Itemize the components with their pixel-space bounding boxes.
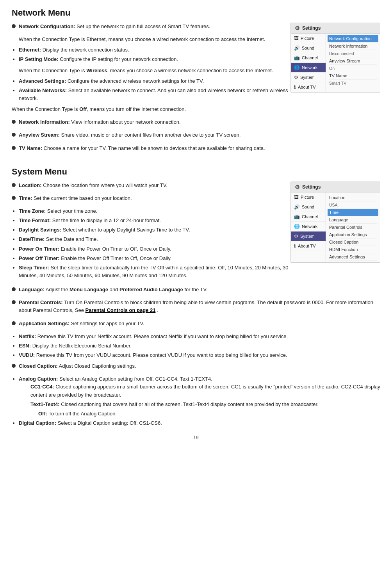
- available-item: Available Networks: Select an available …: [19, 87, 290, 102]
- abouttv-icon-1: ℹ: [294, 84, 296, 90]
- nav-system-2[interactable]: ⚙ System: [291, 232, 326, 241]
- language-fortv: for the TV.: [184, 287, 207, 292]
- network-icon-2: 🌐: [294, 224, 300, 229]
- vudu-item: VUDU: Remove this TV from your VUDU acco…: [19, 351, 380, 359]
- vudu-text: Remove this TV from your VUDU account. P…: [36, 352, 287, 358]
- location-bullet: Location: Choose the location from where…: [12, 182, 290, 192]
- wireless-list: Advanced Settings: Configure the advance…: [19, 77, 290, 102]
- datetime-bold: Date/Time:: [19, 236, 45, 242]
- nav-picture-1[interactable]: 🖼 Picture: [291, 34, 326, 43]
- nav-picture-label-2: Picture: [301, 195, 314, 199]
- network-config-text: Set up the network to gain full access o…: [77, 23, 210, 29]
- detail-language: Language: [329, 216, 377, 224]
- vudu-bold: VUDU:: [19, 352, 35, 358]
- ethernet-bold: Ethernet:: [19, 47, 41, 53]
- settings-detail-2: Location USA Time Language Parental Cont…: [326, 192, 380, 262]
- text1-bold: Text1-Text4:: [30, 401, 60, 407]
- closedcap-bullet: Closed Caption: Adjust Closed Captioning…: [12, 362, 380, 373]
- timeformat-text: Set the time to display in a 12 or 24-ho…: [52, 217, 161, 223]
- closedcap-text: Adjust Closed Captioning settings.: [59, 363, 136, 369]
- wireless-type-para: When the Connection Type is Wireless, me…: [19, 67, 290, 75]
- ip-text: Configure the IP setting for your networ…: [60, 56, 178, 62]
- nav-abouttv-label-2: About TV: [298, 244, 316, 248]
- poweron-item: Power On Timer: Enable the Power On Time…: [19, 245, 290, 253]
- nav-sound-1[interactable]: 🔊 Sound: [291, 43, 326, 53]
- netinfo-para: Network Information: View information ab…: [19, 118, 181, 126]
- text1-text: Closed captioning that covers half or al…: [61, 401, 319, 407]
- sleep-item: Sleep Timer: Set the sleep timer to auto…: [19, 264, 290, 280]
- app-sub-list: Netflix: Remove this TV from your Netfli…: [19, 333, 380, 359]
- nav-sound-2[interactable]: 🔊 Sound: [291, 202, 326, 212]
- appsettings-text: Set settings for apps on your TV.: [71, 321, 144, 326]
- nav-channel-label-2: Channel: [302, 214, 318, 219]
- datetime-text: Set the Date and Time.: [46, 236, 98, 242]
- netinfo-text: View information about your network conn…: [71, 119, 180, 125]
- tvname-text: Choose a name for your TV. The name will…: [44, 145, 265, 151]
- menu-language-bold: Menu Language: [69, 287, 108, 292]
- nav-network-1[interactable]: 🌐 Network: [291, 63, 326, 73]
- time-sub-list: Time Zone: Select your time zone. Time F…: [19, 207, 290, 280]
- detail-disconnected: Disconnected: [329, 50, 377, 57]
- anyview-text: Share video, music or other content file…: [61, 132, 241, 138]
- parental-link: Parental Controls on page 21: [86, 307, 156, 313]
- nav-abouttv-1[interactable]: ℹ About TV: [291, 82, 326, 92]
- netflix-bold: Netflix:: [19, 333, 36, 339]
- poweroff-item: Power Off Timer: Enable the Power Off Ti…: [19, 255, 290, 262]
- location-text: Choose the location from where you will …: [43, 182, 167, 188]
- language-and: and: [110, 287, 119, 292]
- nav-channel-2[interactable]: 📺 Channel: [291, 212, 326, 222]
- system-section-wrapper: Location: Choose the location from where…: [12, 182, 380, 283]
- bullet-dot-par: [12, 300, 16, 304]
- detail-hdmi: HDMI Function: [329, 246, 377, 253]
- closedcap-para: Closed Caption: Adjust Closed Captioning…: [19, 362, 136, 370]
- ip-bold: IP Setting Mode:: [19, 56, 59, 62]
- network-icon-1: 🌐: [294, 65, 300, 70]
- nav-channel-1[interactable]: 📺 Channel: [291, 53, 326, 63]
- detail-on: On: [329, 65, 377, 72]
- channel-icon-1: 📺: [294, 55, 300, 61]
- available-bold: Available Networks:: [19, 87, 67, 93]
- netflix-text: Remove this TV from your Netflix account…: [37, 333, 288, 339]
- ethernet-type-para: When the Connection Type is Ethernet, me…: [19, 36, 290, 43]
- ethernet-text: Display the network connection status.: [43, 47, 129, 53]
- caption-sub-list: Analog Caption: Select an Analog Caption…: [19, 375, 380, 427]
- detail-usa: USA: [329, 201, 377, 209]
- poweron-text: Enable the Power On Timer to Off, Once o…: [61, 246, 171, 252]
- language-bold: Language:: [19, 287, 45, 292]
- channel-icon-2: 📺: [294, 214, 300, 219]
- poweroff-bold: Power Off Timer:: [19, 255, 60, 261]
- time-para: Time: Set the current time based on your…: [19, 194, 132, 202]
- settings-header-label-2: Settings: [302, 184, 321, 190]
- detail-smarttv: Smart TV: [329, 80, 377, 87]
- bullet-dot: [12, 24, 16, 28]
- off-type-para: When the Connection Type is Off, means y…: [12, 105, 290, 113]
- poweroff-text: Enable the Power Off Timer to Off, Once …: [61, 255, 171, 261]
- settings-nav-1: 🖼 Picture 🔊 Sound 📺 Channel 🌐 Network ⚙: [291, 34, 326, 92]
- timezone-item: Time Zone: Select your time zone.: [19, 207, 290, 215]
- preferred-audio-bold: Preferred Audio Language: [119, 287, 183, 292]
- cc1-bold: CC1-CC4:: [30, 384, 54, 390]
- nav-picture-2[interactable]: 🖼 Picture: [291, 192, 326, 202]
- nav-system-1[interactable]: ⚙ System: [291, 73, 326, 82]
- ip-item: IP Setting Mode: Configure the IP settin…: [19, 55, 290, 63]
- network-config-para: Network Configuration: Set up the networ…: [19, 23, 210, 30]
- timezone-bold: Time Zone:: [19, 208, 46, 214]
- nav-channel-label-1: Channel: [302, 55, 318, 60]
- daylight-item: Daylight Savings: Select whether to appl…: [19, 226, 290, 234]
- parental-bullet: Parental Controls: Turn On Parental Cont…: [12, 299, 380, 317]
- detail-advanced: Advanced Settings: [329, 253, 377, 261]
- off-sub: Off: To turn off the Analog Caption.: [38, 410, 380, 418]
- network-menu-title: Network Menu: [12, 8, 380, 18]
- poweron-bold: Power On Timer:: [19, 246, 59, 252]
- digital-text: Select a Digital Caption setting: Off, C…: [58, 420, 162, 426]
- nav-network-2[interactable]: 🌐 Network: [291, 222, 326, 232]
- datetime-item: Date/Time: Set the Date and Time.: [19, 235, 290, 243]
- timeformat-item: Time Format: Set the time to display in …: [19, 217, 290, 224]
- detail-netinfo: Network Information: [329, 43, 377, 50]
- settings-header-1: ⚙ Settings: [291, 23, 380, 34]
- sound-icon-2: 🔊: [294, 204, 300, 210]
- parental-bold: Parental Controls:: [19, 299, 63, 305]
- nav-abouttv-2[interactable]: ℹ About TV: [291, 241, 326, 251]
- gear-icon: ⚙: [295, 25, 300, 31]
- settings-nav-2: 🖼 Picture 🔊 Sound 📺 Channel 🌐 Network ⚙: [291, 192, 326, 262]
